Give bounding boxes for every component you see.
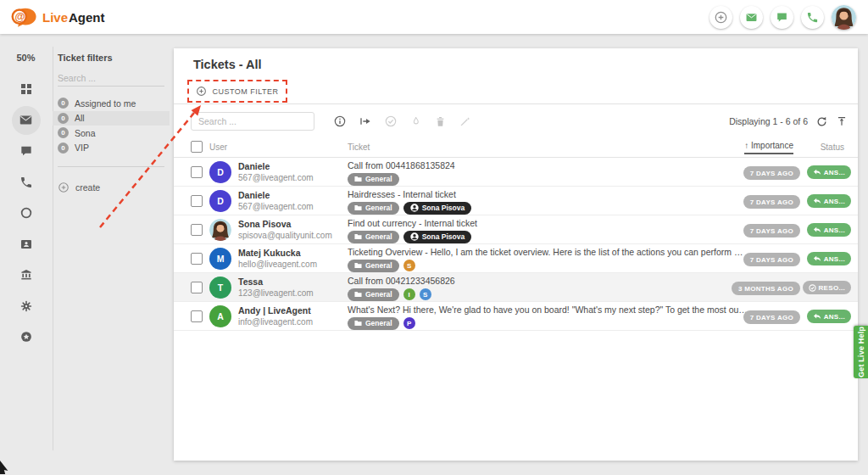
tag-circle-badge[interactable]: I xyxy=(403,288,415,300)
ticket-row[interactable]: DDaniele567@liveagent.comHairdresses - I… xyxy=(174,187,858,215)
filter-item[interactable]: 0Sona xyxy=(53,126,170,141)
sidebar-item-settings[interactable] xyxy=(0,291,52,322)
delete-button[interactable] xyxy=(434,115,447,128)
spam-button[interactable] xyxy=(409,115,422,128)
reply-icon xyxy=(813,226,821,233)
info-button[interactable] xyxy=(333,115,347,128)
agent-avatar[interactable] xyxy=(832,5,856,30)
row-checkbox[interactable] xyxy=(191,253,203,265)
compose-email-button[interactable] xyxy=(740,6,763,29)
row-checkbox[interactable] xyxy=(191,195,203,207)
user-avatar: D xyxy=(209,161,231,183)
resolve-button[interactable] xyxy=(384,115,398,128)
ticket-status-button[interactable]: RESO... xyxy=(803,281,851,294)
filter-item[interactable]: 0All xyxy=(53,111,170,126)
ticket-status-button[interactable]: ANS... xyxy=(807,194,851,208)
tickets-toolbar: Displaying 1 - 6 of 6 xyxy=(174,104,858,138)
sidebar-item-academy[interactable] xyxy=(0,260,52,291)
ticket-row[interactable]: DDaniele567@liveagent.comCall from 00441… xyxy=(174,158,858,187)
row-checkbox[interactable] xyxy=(191,282,203,293)
tickets-header: Tickets - All CUSTOM FILTER xyxy=(174,48,858,104)
ticket-badges: GeneralIS xyxy=(348,288,748,300)
start-chat-button[interactable] xyxy=(771,6,793,29)
column-importance[interactable]: ↑ Importance xyxy=(744,141,793,154)
folder-icon xyxy=(354,291,362,298)
ticket-status-button[interactable]: ANS... xyxy=(807,310,851,323)
ticket-row[interactable]: Sona Pisovaspisova@qualityunit.comFind o… xyxy=(174,215,858,244)
row-checkbox[interactable] xyxy=(191,224,203,236)
sidebar-item-chats[interactable] xyxy=(0,136,52,167)
tag-circle-badge[interactable]: P xyxy=(403,317,415,329)
user-email: hello@liveagent.com xyxy=(238,260,347,269)
folder-icon xyxy=(354,176,362,182)
column-user[interactable]: User xyxy=(209,142,227,152)
user-avatar: T xyxy=(209,277,231,299)
filter-count-badge: 0 xyxy=(58,127,69,138)
start-call-button[interactable] xyxy=(801,6,824,29)
reply-icon xyxy=(813,255,821,262)
filter-item[interactable]: 0VIP xyxy=(53,141,170,156)
department-badge[interactable]: General xyxy=(348,260,399,272)
department-badge[interactable]: General xyxy=(348,231,399,243)
chats-icon xyxy=(19,144,33,158)
filter-count-badge: 0 xyxy=(58,113,69,124)
tickets-search-input[interactable] xyxy=(191,112,314,131)
assignee-badge[interactable]: Sona Pisova xyxy=(403,231,472,243)
refresh-icon xyxy=(815,115,828,128)
ticket-status-button[interactable]: ANS... xyxy=(807,252,851,265)
get-live-help-tab[interactable]: Get Live Help xyxy=(854,326,868,378)
refresh-button[interactable] xyxy=(815,115,828,128)
liveagent-logo[interactable]: @ Live Agent xyxy=(10,7,105,28)
create-filter-button[interactable]: create xyxy=(58,182,164,193)
ticket-row[interactable]: MMatej Kukuckahello@liveagent.comTicketi… xyxy=(174,244,858,273)
sidebar-item-status[interactable] xyxy=(0,198,52,229)
select-all-checkbox[interactable] xyxy=(191,141,203,153)
sidebar-item-tickets[interactable] xyxy=(0,105,52,137)
ticket-subject: Hairdresses - Internal ticket xyxy=(348,189,748,200)
sidebar-item-dashboard[interactable] xyxy=(0,74,52,105)
row-checkbox[interactable] xyxy=(191,166,203,178)
tag-circle-badge[interactable]: S xyxy=(403,260,415,271)
user-email: 567@liveagent.com xyxy=(238,202,347,211)
ticket-row[interactable]: TTessa123@liveagent.comCall from 0042123… xyxy=(174,273,858,302)
department-badge[interactable]: General xyxy=(348,173,399,186)
ticket-status-button[interactable]: ANS... xyxy=(807,223,851,237)
filter-item[interactable]: 0Assigned to me xyxy=(53,96,170,111)
agent-avatar-photo xyxy=(832,5,856,30)
filters-search-input[interactable] xyxy=(58,70,164,87)
folder-icon xyxy=(354,204,362,211)
department-badge[interactable]: General xyxy=(348,317,399,330)
ticket-badges: GeneralP xyxy=(348,317,748,329)
custom-filter-highlight-box: CUSTOM FILTER xyxy=(187,80,287,103)
sidebar-item-upgrade[interactable] xyxy=(0,321,52,353)
svg-text:@: @ xyxy=(14,10,25,22)
tag-circle-badge[interactable]: S xyxy=(420,288,431,300)
row-checkbox[interactable] xyxy=(191,310,203,322)
filters-list: 0Assigned to me0All0Sona0VIP xyxy=(58,96,164,155)
column-ticket[interactable]: Ticket xyxy=(348,142,370,152)
transfer-button[interactable] xyxy=(359,115,372,128)
spam-flame-icon xyxy=(409,115,422,128)
plus-circle-icon xyxy=(196,86,207,97)
custom-filter-label: CUSTOM FILTER xyxy=(212,87,278,96)
sidebar-item-calls[interactable] xyxy=(0,167,52,198)
trash-icon xyxy=(434,115,447,128)
filter-item-label: All xyxy=(75,113,85,123)
column-status[interactable]: Status xyxy=(821,142,844,152)
add-new-button[interactable] xyxy=(709,6,732,29)
department-badge[interactable]: General xyxy=(348,202,399,215)
filters-divider xyxy=(58,166,164,167)
ticket-row[interactable]: AAndy | LiveAgentinfo@liveagent.comWhat'… xyxy=(174,302,858,331)
transfer-icon xyxy=(359,115,372,128)
department-badge[interactable]: General xyxy=(348,288,399,301)
scroll-top-button[interactable] xyxy=(836,115,848,127)
merge-button[interactable] xyxy=(459,115,471,128)
custom-filter-button[interactable]: CUSTOM FILTER xyxy=(196,86,278,97)
toolbar-actions xyxy=(333,104,471,138)
left-rail: 50% xyxy=(0,34,52,475)
toolbar-right: Displaying 1 - 6 of 6 xyxy=(729,104,848,138)
sidebar-item-contacts[interactable] xyxy=(0,229,52,260)
ticket-status-button[interactable]: ANS... xyxy=(807,165,851,179)
resolve-check-icon xyxy=(384,115,398,128)
assignee-badge[interactable]: Sona Pisova xyxy=(403,202,472,215)
